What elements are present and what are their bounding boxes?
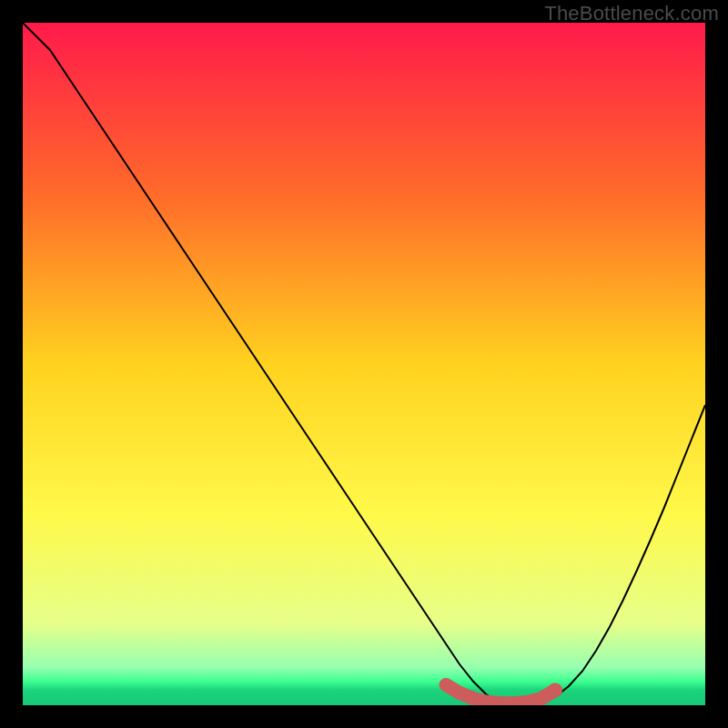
watermark-text: TheBottleneck.com	[544, 2, 719, 25]
optimal-band-end-marker	[548, 683, 562, 698]
bottleneck-chart	[23, 23, 705, 705]
gradient-background	[23, 23, 705, 705]
plot-area	[23, 23, 705, 705]
chart-stage: TheBottleneck.com	[0, 0, 728, 728]
